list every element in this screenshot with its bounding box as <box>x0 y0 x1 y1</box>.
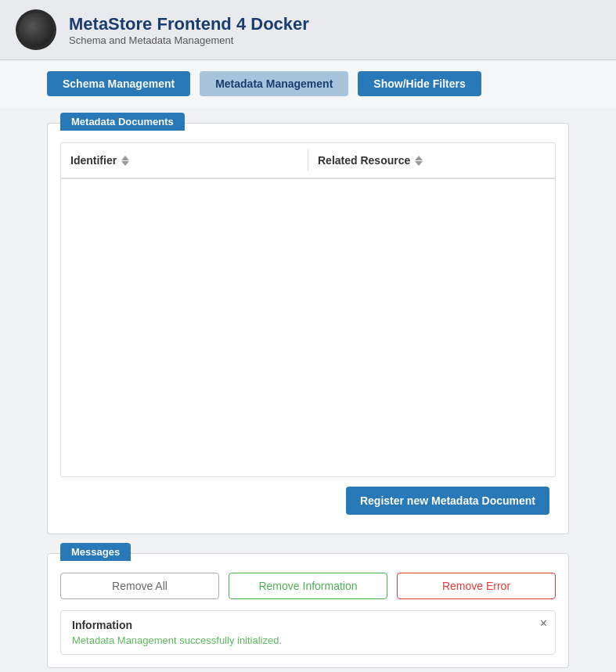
messages-panel: Messages Remove All Remove Information R… <box>47 553 569 668</box>
register-metadata-button[interactable]: Register new Metadata Document <box>346 487 549 515</box>
panel-content: Identifier Related Resource <box>48 124 568 534</box>
message-close-button[interactable]: × <box>540 617 547 630</box>
messages-panel-label: Messages <box>60 543 131 561</box>
message-actions: Remove All Remove Information Remove Err… <box>60 573 556 599</box>
main-content: Metadata Documents Identifier Related Re… <box>0 107 616 672</box>
col-related-header: Related Resource <box>308 149 555 171</box>
related-sort-up-icon <box>415 156 423 160</box>
panel-footer: Register new Metadata Document <box>60 477 556 521</box>
logo-image <box>19 13 53 47</box>
message-title: Information <box>72 619 527 631</box>
remove-all-button[interactable]: Remove All <box>60 573 219 599</box>
messages-content: Remove All Remove Information Remove Err… <box>48 554 568 667</box>
identifier-sort-down-icon <box>121 161 129 166</box>
col-identifier-header: Identifier <box>61 149 308 171</box>
message-text: Metadata Management successfully initial… <box>72 634 527 646</box>
remove-information-button[interactable]: Remove Information <box>229 573 387 599</box>
header-text: MetaStore Frontend 4 Docker Schema and M… <box>69 14 309 46</box>
app-logo <box>16 9 56 50</box>
metadata-panel-label: Metadata Documents <box>60 113 185 131</box>
metadata-management-button[interactable]: Metadata Management <box>200 71 348 96</box>
nav-bar: Schema Management Metadata Management Sh… <box>0 60 616 107</box>
identifier-sort-up-icon <box>121 156 129 160</box>
related-sort-down-icon <box>415 161 423 166</box>
table-header: Identifier Related Resource <box>61 143 555 179</box>
related-sort[interactable] <box>415 156 423 166</box>
table-body <box>61 179 555 476</box>
app-header: MetaStore Frontend 4 Docker Schema and M… <box>0 0 616 60</box>
metadata-table: Identifier Related Resource <box>60 142 556 477</box>
show-hide-filters-button[interactable]: Show/Hide Filters <box>358 71 481 96</box>
app-subtitle: Schema and Metadata Management <box>69 34 309 46</box>
metadata-documents-panel: Metadata Documents Identifier Related Re… <box>47 123 569 534</box>
identifier-label: Identifier <box>70 154 117 167</box>
identifier-sort[interactable] <box>121 156 129 166</box>
schema-management-button[interactable]: Schema Management <box>47 71 190 96</box>
info-message-box: Information Metadata Management successf… <box>60 610 556 655</box>
remove-error-button[interactable]: Remove Error <box>397 573 556 599</box>
app-title: MetaStore Frontend 4 Docker <box>69 14 309 34</box>
related-resource-label: Related Resource <box>318 154 410 167</box>
